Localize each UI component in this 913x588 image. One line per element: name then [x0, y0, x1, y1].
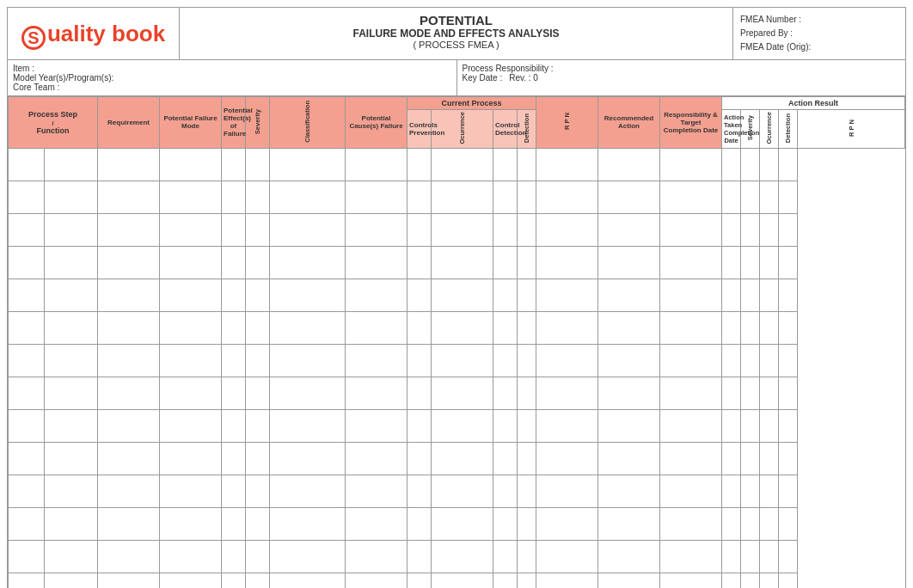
- cell-ctrl-prev: [346, 148, 407, 181]
- logo: Suality book: [21, 21, 165, 47]
- table-row: [9, 409, 905, 442]
- process-resp-field: Process Responsibility :: [463, 64, 901, 73]
- table-row: [9, 148, 905, 181]
- fmea-info: FMEA Number : Prepared By : FMEA Date (O…: [733, 8, 905, 59]
- th-action-result: Action Result: [722, 97, 905, 110]
- th-controls-prevention: Controls Prevention: [407, 110, 432, 149]
- key-date-line: Key Date : Rev. : 0: [463, 73, 901, 83]
- th-requirement: Requirement: [98, 97, 160, 149]
- fmea-date: FMEA Date (Orig):: [740, 40, 898, 54]
- cell-fail-effect: [160, 148, 222, 181]
- cell-cause: [270, 148, 346, 181]
- cell-rpn2: [779, 148, 798, 181]
- th-classification: Classification: [270, 97, 346, 149]
- th-potential-failure-mode: Potential Failure Mode: [160, 97, 222, 149]
- cell-ctrl-detect: [432, 148, 493, 181]
- table-row: [9, 246, 905, 279]
- th-rpn: R P N: [536, 97, 598, 149]
- th-potential-effects: Potential Effect(s) of Failure: [222, 97, 246, 149]
- cell-rpn: [518, 148, 536, 181]
- table-row: [9, 475, 905, 507]
- cell-req: [45, 148, 98, 181]
- table-row: [9, 344, 905, 377]
- cell-detect2: [760, 148, 779, 181]
- fmea-prepared: Prepared By :: [740, 27, 898, 40]
- th-process-step-function: Process Step / Function: [9, 97, 98, 149]
- model-field: Model Year(s)/Program(s):: [13, 73, 451, 83]
- page: Suality book POTENTIAL FAILURE MODE AND …: [0, 0, 913, 588]
- th-detection2: Detection: [779, 110, 798, 149]
- item-field: Item :: [13, 64, 451, 73]
- table-row: [9, 279, 905, 311]
- th-responsibility: Responsibility & Target Completion Date: [660, 97, 722, 149]
- cell-class: [246, 148, 270, 181]
- table-row: [9, 507, 905, 540]
- th-occurrence2: Ocurrence: [760, 110, 779, 149]
- table-row: [9, 442, 905, 475]
- th-potential-causes: Potential Cause(s) Failure: [346, 97, 407, 149]
- th-rpn2: R P N: [798, 110, 905, 149]
- cell-sev2: [722, 148, 741, 181]
- cell-action-taken: [660, 148, 722, 181]
- info-row: Item : Model Year(s)/Program(s): Core Te…: [7, 59, 906, 95]
- th-severity: Severity: [246, 97, 270, 149]
- table-row: [9, 213, 905, 246]
- title-line2: FAILURE MODE AND EFFECTS ANALYSIS: [183, 28, 729, 40]
- table-row: [9, 377, 905, 409]
- cell-sev: [222, 148, 246, 181]
- table-row: [9, 573, 905, 588]
- fmea-number: FMEA Number :: [740, 13, 898, 27]
- title-line1: POTENTIAL: [183, 13, 729, 28]
- cell-detect: [493, 148, 518, 181]
- cell-step: [9, 148, 45, 181]
- logo-cell: Suality book: [8, 8, 180, 59]
- cell-rec-action: [536, 148, 598, 181]
- info-right: Process Responsibility : Key Date : Rev.…: [457, 60, 906, 95]
- th-recommended-action: Recommended Action: [598, 97, 660, 149]
- cell-fail-mode: [98, 148, 160, 181]
- q-icon: S: [21, 26, 46, 50]
- cell-occur2: [741, 148, 760, 181]
- title-line3: ( PROCESS FMEA ): [183, 40, 729, 50]
- header-row: Suality book POTENTIAL FAILURE MODE AND …: [7, 7, 906, 59]
- info-left: Item : Model Year(s)/Program(s): Core Te…: [8, 60, 457, 95]
- fmea-table: Process Step / Function Requirement Pote…: [8, 96, 905, 588]
- title-cell: POTENTIAL FAILURE MODE AND EFFECTS ANALY…: [180, 8, 733, 59]
- core-field: Core Team :: [13, 83, 451, 92]
- fmea-table-wrap: Process Step / Function Requirement Pote…: [7, 95, 906, 588]
- table-body: [9, 148, 905, 588]
- table-row: [9, 311, 905, 344]
- cell-occur: [407, 148, 432, 181]
- table-row: [9, 181, 905, 213]
- th-action-taken: Action Taken Completion Date: [722, 110, 741, 149]
- th-control-detection: Control Detection: [493, 110, 518, 149]
- cell-resp: [598, 148, 660, 181]
- th-current-process: Current Process: [407, 97, 536, 110]
- table-row: [9, 540, 905, 573]
